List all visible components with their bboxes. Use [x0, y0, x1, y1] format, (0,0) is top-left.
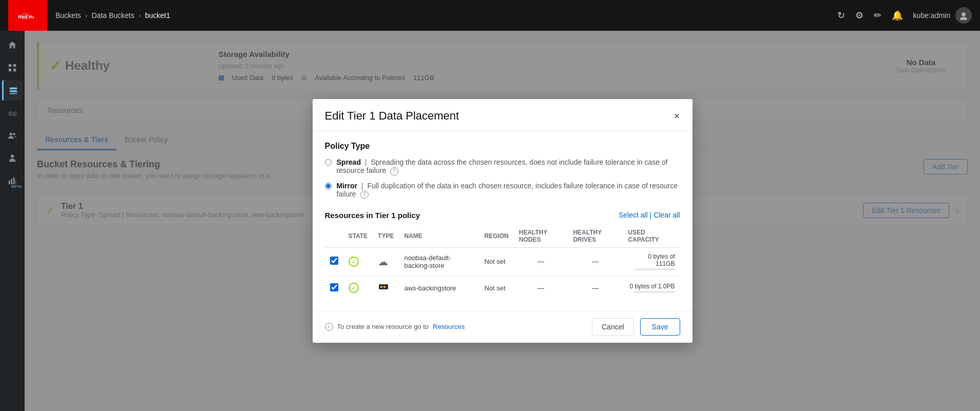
table-row: ✓ aws- [325, 276, 680, 300]
row1-healthy-nodes: — [514, 247, 568, 276]
row2-healthy-drives: — [568, 276, 623, 300]
svg-rect-6 [9, 69, 11, 71]
mirror-label[interactable]: Mirror | Full duplication of the data in… [337, 182, 680, 199]
resources-table: State Type Name Region Healthy Nodes Hea… [325, 225, 680, 300]
table-body: ✓ ☁ noobaa-default-backing-store Not set… [325, 247, 680, 300]
modal-overlay: Edit Tier 1 Data Placement × Policy Type… [25, 31, 980, 411]
col-checkbox [325, 225, 343, 248]
breadcrumb-data-buckets[interactable]: Data Buckets [91, 11, 134, 19]
cancel-button[interactable]: Cancel [592, 318, 634, 336]
sidebar-item-users[interactable] [2, 125, 23, 146]
col-state: State [343, 225, 373, 248]
svg-rect-18 [15, 180, 16, 184]
breadcrumb-buckets[interactable]: Buckets [55, 11, 81, 19]
cloud-type-icon: ☁ [378, 256, 388, 268]
modal-footer-info: i To create a new resource go to Resourc… [325, 323, 586, 331]
svg-rect-21 [383, 286, 386, 288]
row2-name: aws-backingstore [399, 276, 479, 300]
mirror-option: Mirror | Full duplication of the data in… [325, 182, 680, 199]
svg-point-12 [10, 133, 12, 135]
sidebar-item-analytics[interactable]: BETA [2, 170, 23, 191]
col-region: Region [479, 225, 513, 248]
svg-rect-17 [13, 178, 15, 185]
sidebar: f(x) BETA [0, 31, 25, 411]
row2-healthy-nodes: — [514, 276, 568, 300]
svg-rect-4 [9, 64, 11, 67]
row1-capacity-bar-wrap: 0 bytes of 111GB [628, 253, 675, 270]
refresh-icon[interactable]: ↻ [837, 10, 845, 21]
clear-all-link[interactable]: Clear all [654, 211, 680, 219]
row2-capacity-bar [634, 291, 675, 293]
breadcrumb: Buckets › Data Buckets › bucket1 [55, 11, 837, 19]
svg-text:Red Hat: Red Hat [18, 14, 34, 19]
notification-icon[interactable]: 🔔 [892, 10, 903, 21]
row1-capacity-bar [634, 268, 675, 270]
svg-rect-7 [13, 69, 16, 71]
settings-icon[interactable]: ⚙ [855, 10, 863, 21]
select-links: Select all | Clear all [619, 211, 680, 219]
row1-healthy-drives: — [568, 247, 623, 276]
username: kube:admin [913, 11, 950, 19]
edit-tier-modal: Edit Tier 1 Data Placement × Policy Type… [313, 99, 693, 343]
modal-body: Policy Type Spread | Spreading the data … [313, 131, 693, 310]
row2-capacity-bar-wrap: 0 bytes of 1.0PB [628, 283, 675, 293]
svg-point-2 [962, 12, 966, 16]
row1-checkbox-cell [325, 247, 343, 276]
row2-status-icon: ✓ [349, 283, 359, 293]
mirror-radio[interactable] [325, 183, 332, 189]
spread-radio[interactable] [325, 159, 332, 166]
brand-logo[interactable]: Red Hat [8, 0, 47, 31]
sidebar-item-overview[interactable] [2, 57, 23, 78]
policy-type-label: Policy Type [325, 142, 680, 151]
footer-info-icon: i [325, 323, 333, 331]
user-menu[interactable]: kube:admin [913, 7, 972, 24]
resources-link[interactable]: Resources [433, 323, 465, 330]
svg-rect-16 [11, 179, 12, 184]
top-navigation: Red Hat Buckets › Data Buckets › bucket1… [0, 0, 980, 31]
row1-type: ☁ [373, 247, 399, 276]
col-used-capacity: Used Capacity [623, 225, 680, 248]
mirror-info-icon[interactable]: ? [360, 190, 369, 199]
modal-close-button[interactable]: × [674, 111, 680, 121]
row1-status-icon: ✓ [349, 257, 359, 267]
spread-label[interactable]: Spread | Spreading the data across the c… [337, 158, 680, 175]
svg-rect-9 [9, 90, 16, 92]
row2-capacity-text: 0 bytes of 1.0PB [628, 283, 675, 290]
select-all-link[interactable]: Select all [619, 211, 648, 219]
row1-name: noobaa-default-backing-store [399, 247, 479, 276]
edit-icon[interactable]: ✏ [874, 10, 881, 21]
svg-rect-10 [9, 93, 16, 94]
row2-checkbox[interactable] [330, 283, 338, 291]
col-healthy-nodes: Healthy Nodes [514, 225, 568, 248]
sidebar-item-home[interactable] [2, 35, 23, 55]
sidebar-item-functions[interactable]: f(x) [2, 103, 23, 123]
sidebar-item-storage[interactable] [2, 80, 23, 101]
svg-rect-20 [380, 286, 382, 288]
svg-point-3 [960, 17, 967, 20]
col-healthy-drives: Healthy Drives [568, 225, 623, 248]
col-type: Type [373, 225, 399, 248]
link-sep: | [650, 211, 654, 219]
row2-state: ✓ [343, 276, 373, 300]
spread-info-icon[interactable]: ? [390, 167, 398, 175]
resources-header: Resources in Tier 1 policy Select all | … [325, 211, 680, 220]
breadcrumb-sep-1: › [85, 11, 88, 19]
svg-rect-15 [9, 181, 10, 184]
table-header: State Type Name Region Healthy Nodes Hea… [325, 225, 680, 248]
aws-type-icon [378, 281, 389, 295]
footer-info-text: To create a new resource go to [337, 323, 429, 330]
col-name: Name [399, 225, 479, 248]
row1-region: Not set [479, 247, 513, 276]
sidebar-item-groups[interactable] [2, 148, 23, 168]
table-row: ✓ ☁ noobaa-default-backing-store Not set… [325, 247, 680, 276]
save-button[interactable]: Save [640, 318, 680, 336]
row2-capacity: 0 bytes of 1.0PB [623, 276, 680, 300]
row1-state: ✓ [343, 247, 373, 276]
row1-capacity: 0 bytes of 111GB [623, 247, 680, 276]
svg-text:f(x): f(x) [9, 110, 17, 116]
modal-title: Edit Tier 1 Data Placement [325, 109, 459, 123]
row2-checkbox-cell [325, 276, 343, 300]
spread-option: Spread | Spreading the data across the c… [325, 158, 680, 175]
row1-checkbox[interactable] [330, 257, 338, 265]
breadcrumb-current: bucket1 [145, 11, 170, 19]
